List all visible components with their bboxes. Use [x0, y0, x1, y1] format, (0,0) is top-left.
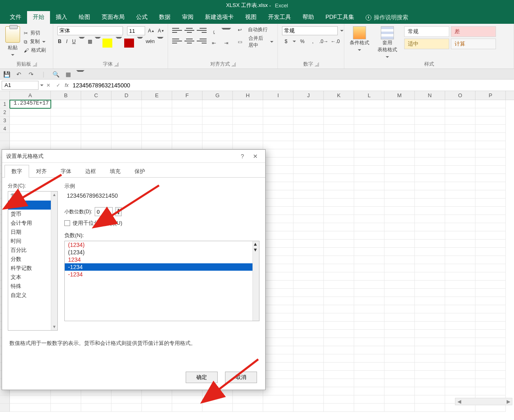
cell[interactable] [384, 313, 415, 322]
cell[interactable] [384, 281, 415, 289]
cell[interactable] [475, 289, 506, 297]
cell[interactable] [354, 174, 384, 182]
cell[interactable] [324, 149, 354, 158]
cell[interactable] [384, 149, 415, 158]
wrap-text-button[interactable]: ↩ 自动换行 [238, 26, 273, 33]
cell[interactable] [415, 182, 445, 190]
cell[interactable] [293, 289, 324, 297]
horizontal-scrollbar[interactable]: ◀▶ [455, 398, 512, 405]
tab-review[interactable]: 审阅 [176, 11, 199, 24]
cell[interactable] [142, 133, 172, 141]
cell[interactable] [354, 297, 384, 305]
cell[interactable] [202, 133, 233, 141]
align-left-button[interactable] [172, 39, 182, 48]
cell[interactable] [263, 387, 293, 395]
cell[interactable] [384, 346, 415, 354]
cell[interactable] [202, 108, 233, 116]
col-header-J[interactable]: J [293, 91, 324, 100]
cell[interactable] [475, 305, 506, 313]
save-button[interactable]: 💾 [2, 70, 11, 78]
tab-formulas[interactable]: 公式 [130, 11, 153, 24]
cell[interactable] [202, 125, 233, 133]
cell[interactable] [111, 108, 142, 116]
cell[interactable] [445, 322, 475, 330]
cell[interactable] [475, 379, 506, 387]
increase-indent-button[interactable]: ⇥ [221, 39, 231, 48]
cell[interactable] [475, 223, 506, 231]
cell[interactable] [293, 313, 324, 322]
cell[interactable] [293, 330, 324, 338]
cell[interactable] [354, 305, 384, 313]
category-item[interactable]: 文本 [8, 273, 57, 282]
cell[interactable] [354, 330, 384, 338]
cell[interactable] [324, 256, 354, 264]
increase-decimal-button[interactable]: .0→ [319, 37, 328, 46]
scrollbar[interactable]: ▲▼ [252, 241, 259, 321]
cell[interactable] [324, 141, 354, 149]
cell[interactable] [415, 387, 445, 395]
col-header-K[interactable]: K [324, 91, 354, 100]
cell[interactable] [384, 166, 415, 174]
font-size-select[interactable] [127, 26, 145, 35]
cell[interactable] [354, 207, 384, 215]
cell[interactable] [233, 404, 263, 412]
cell[interactable] [384, 125, 415, 133]
cell[interactable] [293, 395, 324, 404]
cell[interactable] [172, 395, 202, 404]
cell[interactable] [324, 371, 354, 379]
cell[interactable] [384, 199, 415, 207]
increase-font-button[interactable]: A▲ [148, 26, 155, 35]
cell[interactable] [384, 116, 415, 125]
cell[interactable] [324, 354, 354, 363]
cell[interactable] [445, 199, 475, 207]
cell[interactable] [81, 133, 111, 141]
tab-custom[interactable]: 新建选项卡 [199, 11, 239, 24]
cell[interactable] [384, 387, 415, 395]
cell[interactable] [202, 116, 233, 125]
cell[interactable] [51, 395, 81, 404]
cell[interactable] [263, 240, 293, 248]
cell[interactable] [263, 166, 293, 174]
cell[interactable] [415, 231, 445, 240]
cell[interactable] [172, 116, 202, 125]
cell[interactable] [415, 256, 445, 264]
cell[interactable] [415, 395, 445, 404]
fx-icon[interactable]: fx [65, 82, 68, 88]
cell[interactable] [354, 354, 384, 363]
cell[interactable] [10, 395, 51, 404]
scrollbar[interactable]: ▲▼ [51, 192, 57, 330]
category-item[interactable]: 日期 [8, 228, 57, 237]
cell[interactable] [10, 108, 51, 116]
cell[interactable] [51, 108, 81, 116]
cell[interactable] [293, 264, 324, 272]
cell[interactable] [324, 100, 354, 108]
dlg-tab-protection[interactable]: 保护 [127, 165, 152, 178]
cell[interactable] [263, 108, 293, 116]
cell[interactable] [324, 108, 354, 116]
cell[interactable] [384, 272, 415, 281]
cell[interactable] [10, 125, 51, 133]
cell[interactable] [172, 100, 202, 108]
comma-button[interactable]: , [309, 37, 317, 46]
cell[interactable] [384, 256, 415, 264]
dlg-tab-border[interactable]: 边框 [78, 165, 103, 178]
cell[interactable] [475, 387, 506, 395]
name-box[interactable] [2, 81, 39, 90]
cell[interactable] [384, 338, 415, 346]
cell[interactable] [445, 371, 475, 379]
cell[interactable] [384, 158, 415, 166]
cell[interactable] [324, 264, 354, 272]
tab-page-layout[interactable]: 页面布局 [96, 11, 130, 24]
category-item[interactable]: 科学记数 [8, 264, 57, 273]
cell[interactable] [384, 215, 415, 223]
cell[interactable] [142, 116, 172, 125]
cell[interactable] [475, 256, 506, 264]
cell[interactable] [354, 395, 384, 404]
font-name-select[interactable] [57, 26, 123, 35]
cell[interactable] [263, 182, 293, 190]
col-header-N[interactable]: N [415, 91, 445, 100]
cell[interactable] [354, 346, 384, 354]
cell[interactable] [354, 322, 384, 330]
cell[interactable] [354, 256, 384, 264]
cell[interactable] [445, 379, 475, 387]
